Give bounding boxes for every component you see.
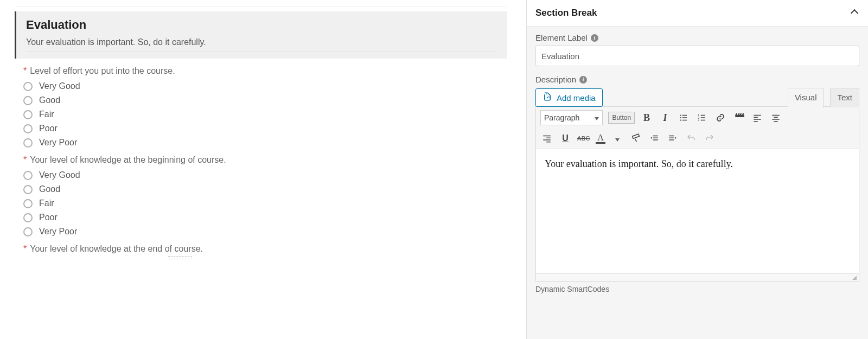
text-color-button[interactable]: A xyxy=(596,133,605,144)
format-select[interactable]: Paragraph xyxy=(540,110,603,125)
svg-rect-10 xyxy=(701,117,705,118)
svg-rect-24 xyxy=(546,142,551,143)
section-description: Your evaluation is important. So, do it … xyxy=(26,37,497,52)
svg-rect-28 xyxy=(669,136,674,137)
radio-icon xyxy=(23,185,33,194)
svg-rect-21 xyxy=(543,136,551,137)
question-1: *Level of effort you put into the course… xyxy=(23,66,507,148)
media-icon xyxy=(542,92,552,104)
tab-text[interactable]: Text xyxy=(830,88,859,107)
info-icon[interactable]: i xyxy=(579,76,587,84)
properties-panel: Section Break Element Label i Descriptio… xyxy=(526,0,868,339)
question-label: *Level of effort you put into the course… xyxy=(23,66,507,76)
radio-icon xyxy=(23,213,33,222)
caret-down-icon xyxy=(615,134,620,143)
align-center-button[interactable] xyxy=(769,111,782,124)
button-shortcode-button[interactable]: Button xyxy=(608,112,635,124)
element-label-input[interactable] xyxy=(535,46,859,66)
editor-toolbar: Paragraph Button B I 123 ❝❝ xyxy=(536,107,859,149)
radio-icon xyxy=(23,199,33,208)
svg-rect-25 xyxy=(653,136,658,137)
italic-button[interactable]: I xyxy=(659,111,672,124)
svg-rect-14 xyxy=(754,117,758,118)
section-title: Evaluation xyxy=(26,18,497,32)
radio-option[interactable]: Very Good xyxy=(23,170,507,180)
radio-icon xyxy=(23,110,33,119)
radio-icon xyxy=(23,138,33,148)
radio-option[interactable]: Good xyxy=(23,184,507,194)
svg-rect-2 xyxy=(682,115,687,116)
required-asterisk: * xyxy=(23,244,27,253)
outdent-button[interactable] xyxy=(648,132,661,145)
svg-rect-19 xyxy=(772,119,780,120)
bold-button[interactable]: B xyxy=(640,111,653,124)
tab-visual[interactable]: Visual xyxy=(788,88,824,107)
section-header[interactable]: Evaluation Your evaluation is important.… xyxy=(15,11,507,59)
bullet-list-button[interactable] xyxy=(677,111,690,124)
blockquote-button[interactable]: ❝❝ xyxy=(732,111,745,124)
align-right-button[interactable] xyxy=(540,132,553,145)
add-media-button[interactable]: Add media xyxy=(535,88,603,107)
radio-option[interactable]: Fair xyxy=(23,199,507,208)
radio-option[interactable]: Poor xyxy=(23,213,507,222)
radio-option[interactable]: Poor xyxy=(23,124,507,133)
svg-rect-22 xyxy=(546,138,551,139)
strikethrough-button[interactable]: ABC xyxy=(577,132,590,145)
description-field-title: Description i xyxy=(535,75,859,84)
panel-header[interactable]: Section Break xyxy=(527,0,868,26)
panel-title: Section Break xyxy=(535,8,597,18)
radio-option[interactable]: Fair xyxy=(23,110,507,119)
underline-button[interactable]: U xyxy=(559,132,572,145)
undo-button[interactable] xyxy=(685,132,698,145)
question-2: *Your level of knowledge at the beginnin… xyxy=(23,155,507,236)
clear-formatting-button[interactable] xyxy=(629,132,642,145)
svg-rect-4 xyxy=(682,117,687,118)
radio-icon xyxy=(23,96,33,105)
dynamic-smartcodes-link[interactable]: Dynamic SmartCodes xyxy=(535,282,859,293)
resize-handle[interactable] xyxy=(536,273,859,281)
rich-text-editor: Paragraph Button B I 123 ❝❝ xyxy=(535,106,859,282)
svg-rect-17 xyxy=(772,115,780,116)
numbered-list-button[interactable]: 123 xyxy=(695,111,709,124)
editor-textarea[interactable]: Your evaluation is important. So, do it … xyxy=(536,149,859,273)
svg-rect-12 xyxy=(701,120,705,121)
svg-rect-8 xyxy=(701,115,705,116)
panel-body: Element Label i Description i Add media … xyxy=(527,26,868,339)
info-icon[interactable]: i xyxy=(591,34,598,42)
radio-option[interactable]: Very Good xyxy=(23,81,507,91)
question-label: *Your level of knowledge at the beginnin… xyxy=(23,155,507,165)
question-3: *Your level of knowledge at the end of c… xyxy=(23,244,507,254)
svg-rect-16 xyxy=(754,121,758,122)
chevron-up-icon[interactable] xyxy=(852,8,857,18)
svg-rect-23 xyxy=(543,139,551,140)
svg-rect-6 xyxy=(682,120,687,121)
radio-icon xyxy=(23,82,33,91)
svg-rect-18 xyxy=(774,117,778,118)
svg-rect-13 xyxy=(754,115,761,116)
radio-icon xyxy=(23,171,33,180)
element-label-field-title: Element Label i xyxy=(535,33,859,42)
svg-point-1 xyxy=(680,114,681,116)
preview-top-divider xyxy=(16,3,507,7)
svg-rect-27 xyxy=(653,139,658,140)
radio-option[interactable]: Good xyxy=(23,95,507,105)
drag-handle-icon[interactable] xyxy=(168,256,192,259)
radio-option[interactable]: Very Poor xyxy=(23,138,507,148)
align-left-button[interactable] xyxy=(751,111,764,124)
svg-rect-29 xyxy=(669,138,674,139)
text-color-caret[interactable] xyxy=(611,132,624,145)
svg-rect-20 xyxy=(774,121,778,122)
question-label: *Your level of knowledge at the end of c… xyxy=(23,244,507,254)
svg-point-3 xyxy=(680,117,681,118)
svg-point-5 xyxy=(680,119,681,120)
svg-rect-26 xyxy=(653,138,658,139)
indent-button[interactable] xyxy=(666,132,679,145)
svg-point-0 xyxy=(547,97,548,98)
radio-icon xyxy=(23,227,33,236)
radio-icon xyxy=(23,124,33,133)
svg-rect-30 xyxy=(669,139,674,140)
link-button[interactable] xyxy=(714,111,727,124)
radio-option[interactable]: Very Poor xyxy=(23,227,507,236)
svg-rect-15 xyxy=(754,119,761,120)
redo-button[interactable] xyxy=(703,132,716,145)
